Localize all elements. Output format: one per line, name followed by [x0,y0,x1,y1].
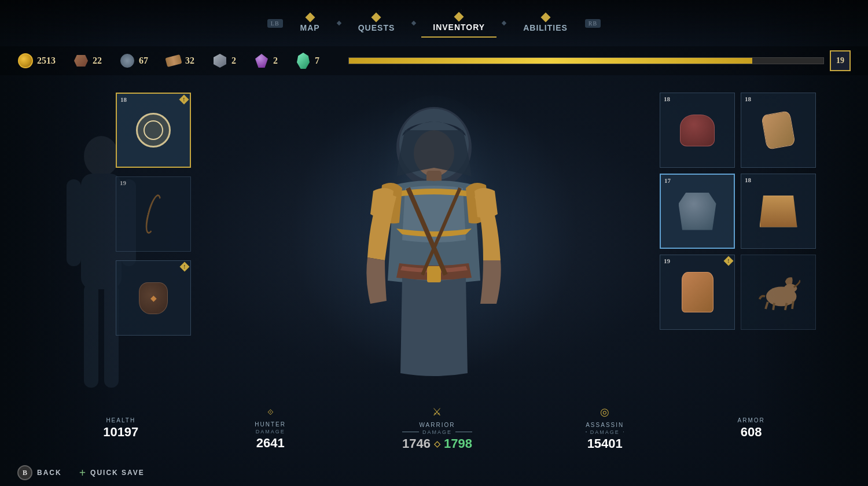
weapon-secondary-level: 19 [120,179,126,186]
warrior-old-value: 1746 [402,436,431,451]
legs-item [671,266,723,318]
nav-item-quests[interactable]: Quests [347,9,407,37]
back-button[interactable]: B [17,465,32,480]
quick-save-control[interactable]: + Quick Save [79,466,145,480]
gold-count: 2513 [37,56,56,66]
wood-count: 32 [185,56,194,66]
divider-left [402,432,419,432]
nav-sep-2 [411,21,416,25]
left-equipment-slots: 18 19 [116,93,208,336]
legs-exclaim-icon [724,256,734,266]
metal-count: 2 [231,56,236,66]
inventory-nav-label: Inventory [433,23,485,32]
head-slot[interactable]: 18 [660,93,735,168]
svg-rect-4 [84,284,98,388]
resource-gold: 2513 [17,53,56,69]
stat-hunter: ⟐ Hunter Damage 2641 [252,406,289,451]
xp-bar-background [348,57,824,64]
chest-slot[interactable]: 17 [660,174,735,249]
stat-health: Health 10197 [103,417,138,440]
legs-slot-level: 19 [664,257,670,264]
divider-left [586,432,587,432]
svg-point-0 [84,136,119,176]
warrior-icon: ⚔ [432,406,442,418]
resource-leather: 22 [73,53,102,69]
svg-line-17 [792,301,793,308]
mount-item [752,266,804,318]
abilities-nav-label: Abilities [523,23,568,32]
nav-item-abilities[interactable]: Abilities [512,9,579,37]
bracer-slot[interactable]: 18 [741,93,816,168]
chest-item [672,186,723,237]
stat-warrior: ⚔ Warrior Damage 1746 ◇ 1798 [402,406,472,451]
consumable-slot[interactable] [116,260,191,336]
svg-line-14 [766,301,768,308]
svg-rect-11 [427,266,441,282]
armor-label: Armor [738,417,765,424]
svg-line-15 [773,303,774,310]
leather-count: 22 [93,56,102,66]
weapon-main-slot[interactable]: 18 [116,93,191,168]
head-slot-level: 18 [664,95,670,102]
health-value: 10197 [103,425,138,440]
leather-icon [73,53,89,69]
legs-slot[interactable]: 19 [660,255,735,330]
stone-count: 67 [139,56,148,66]
weapon-main-item [128,105,179,156]
hunter-icon: ⟐ [267,406,274,418]
character-figure [318,75,550,440]
bottom-controls: B Back + Quick Save [17,465,145,480]
warrior-new-value: 1798 [444,436,472,451]
bracer-slot-level: 18 [745,95,751,102]
divider-right [455,432,472,432]
inventory-nav-icon [454,12,464,22]
back-label: Back [37,469,62,477]
nav-item-map[interactable]: Map [289,9,332,37]
assassin-divider: Damage [586,429,624,435]
warrior-divider: Damage [402,429,472,435]
abilities-nav-icon [540,13,550,23]
nav-rb-button[interactable]: RB [585,19,601,28]
wood-icon [165,53,182,69]
resource-crystal: 7 [295,53,319,69]
xp-bar-fill [349,58,752,64]
bracer-item [752,104,804,156]
waist-slot[interactable]: 18 [741,174,816,249]
assassin-sublabel: Damage [590,429,620,435]
warrior-arrow-icon: ◇ [434,439,440,448]
divider-right [623,432,624,432]
nav-item-inventory[interactable]: Inventory [421,9,496,38]
right-slots-grid: 18 18 17 18 [660,93,833,330]
nav-sep-1 [336,21,341,25]
gem-purple-count: 2 [273,56,278,66]
resource-stone: 67 [119,53,148,69]
head-item [671,104,723,156]
hunter-sublabel: Damage [256,429,285,435]
weapon-main-level: 18 [120,96,127,103]
resource-metal: 2 [212,53,236,69]
resources-bar: 2513 22 67 32 2 2 7 [0,46,868,75]
mount-slot[interactable] [741,255,816,330]
consumable-item [127,272,179,324]
resource-wood: 32 [165,53,194,69]
weapon-main-exclaim-icon [179,95,189,105]
character-area: 18 19 [0,75,868,440]
assassin-value: 15401 [587,436,623,451]
back-button-label: B [23,469,27,477]
svg-rect-2 [67,179,81,266]
map-nav-icon [305,13,315,23]
hunter-value: 2641 [256,436,285,451]
hunter-divider: Damage [252,429,289,435]
back-control[interactable]: B Back [17,465,62,480]
warrior-sublabel: Damage [422,429,452,435]
resource-gem-purple: 2 [253,53,278,69]
stone-icon [119,53,135,69]
assassin-label: Assassin [586,422,624,428]
gold-icon [17,53,34,69]
waist-item [752,185,804,237]
stats-bar: Health 10197 ⟐ Hunter Damage 2641 ⚔ Warr… [0,405,868,451]
nav-lb-button[interactable]: LB [267,19,283,28]
weapon-secondary-slot[interactable]: 19 [116,176,191,252]
quick-save-icon: + [79,466,86,480]
waist-slot-level: 18 [745,176,751,183]
